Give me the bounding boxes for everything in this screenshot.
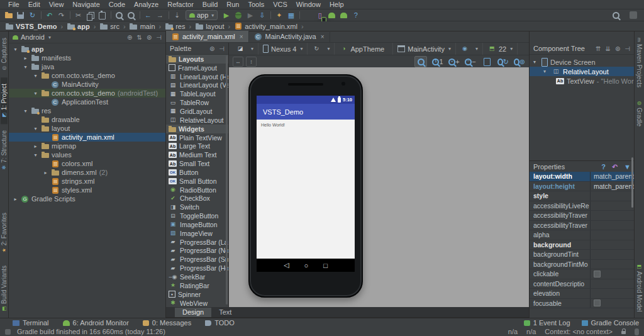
palette-item[interactable]: ✔ CheckBox bbox=[166, 194, 228, 203]
menu-item[interactable]: Run bbox=[222, 1, 243, 8]
status-widget[interactable]: n/a bbox=[508, 328, 518, 335]
search-everywhere-icon[interactable] bbox=[610, 10, 622, 20]
device-selector[interactable]: Nexus 4 ▾ bbox=[258, 43, 308, 55]
tree-row[interactable]: ▾ res bbox=[9, 106, 165, 115]
tree-row[interactable]: ▾ values bbox=[9, 150, 165, 159]
breadcrumb-item[interactable]: main bbox=[128, 23, 157, 30]
separator[interactable] bbox=[108, 10, 113, 20]
tree-row[interactable]: colors.xml bbox=[9, 159, 165, 168]
component-tree-row[interactable]: ▾ Device Screen bbox=[530, 57, 634, 67]
event-log-button[interactable]: 1 Event Log bbox=[524, 319, 570, 327]
tool-window-tab[interactable]: ◍ Gradle bbox=[636, 94, 643, 133]
project-structure-icon[interactable]: ✦ bbox=[273, 10, 285, 20]
editor-mode-tab[interactable]: Text bbox=[211, 308, 239, 317]
separator[interactable] bbox=[297, 10, 302, 20]
tree-row[interactable]: ▾ app bbox=[9, 45, 165, 53]
back-icon[interactable]: ← bbox=[142, 10, 154, 20]
menu-item[interactable]: VCS bbox=[269, 1, 292, 8]
breadcrumb-item[interactable]: activity_main.xml bbox=[233, 23, 299, 30]
palette-item[interactable]: ▭ TableRow bbox=[166, 98, 228, 107]
help-icon[interactable]: ? bbox=[350, 10, 362, 20]
activity-selector[interactable]: MainActivity ▾ bbox=[393, 43, 456, 55]
component-tree-row[interactable]: Ab TextView - "Hello World!" bbox=[530, 76, 634, 86]
palette-scrollbar[interactable] bbox=[226, 55, 228, 305]
breadcrumb-item[interactable]: src bbox=[98, 23, 121, 30]
palette-item[interactable]: ▦ TableLayout bbox=[166, 89, 228, 98]
help-icon[interactable]: ? bbox=[601, 163, 606, 171]
tree-row[interactable]: ▾ layout bbox=[9, 124, 165, 133]
properties-scrollbar[interactable] bbox=[631, 157, 633, 208]
menu-item[interactable]: Tools bbox=[243, 1, 269, 8]
tree-arrow[interactable]: ▾ bbox=[543, 69, 549, 74]
textview-hello-world[interactable]: Hello World! bbox=[261, 123, 285, 127]
menu-item[interactable]: Build bbox=[198, 1, 222, 8]
tree-row[interactable]: drawable bbox=[9, 115, 165, 124]
property-row[interactable]: clickable bbox=[530, 269, 634, 279]
preview-doc-icon[interactable] bbox=[481, 57, 492, 67]
tool-window-tab[interactable]: ◎ Captures bbox=[1, 31, 8, 77]
gear-icon[interactable]: ⊛ bbox=[615, 45, 620, 52]
palette-item[interactable]: Ab Medium Text bbox=[166, 150, 228, 159]
palette-item[interactable]: FrameLayout bbox=[166, 64, 228, 72]
surface-selector[interactable]: ◪ ▾ bbox=[231, 43, 258, 55]
collapse-all-icon[interactable]: ⇊ bbox=[606, 45, 611, 52]
tree-row[interactable]: C MainActivity bbox=[9, 80, 165, 89]
tree-row[interactable]: ▸ dimens.xml (2) bbox=[9, 168, 165, 177]
palette-item[interactable]: ▰ ProgressBar (Sma bbox=[166, 255, 228, 264]
tree-arrow[interactable]: ▾ bbox=[23, 108, 28, 114]
redo-icon[interactable]: ↷ bbox=[55, 10, 67, 20]
palette-item[interactable]: Ab Small Text bbox=[166, 159, 228, 168]
menu-item[interactable]: Navigate bbox=[68, 1, 104, 8]
property-row[interactable]: alpha bbox=[530, 230, 634, 240]
separator[interactable] bbox=[67, 10, 72, 20]
menu-item[interactable]: View bbox=[45, 1, 69, 8]
locale-selector[interactable]: ◉ ▾ bbox=[456, 43, 483, 55]
palette-item[interactable]: ◫ RelativeLayout bbox=[166, 116, 228, 125]
menu-item[interactable]: Analyze bbox=[130, 1, 163, 8]
palette-item[interactable]: Widgets bbox=[166, 125, 228, 133]
breadcrumb-item[interactable]: layout bbox=[194, 23, 225, 30]
property-row[interactable]: background bbox=[530, 240, 634, 250]
theme-selector[interactable]: ◑ AppTheme bbox=[335, 43, 393, 55]
tree-arrow[interactable]: ▾ bbox=[23, 64, 28, 70]
tree-arrow[interactable]: ▸ bbox=[43, 170, 48, 176]
menu-item[interactable]: Help bbox=[325, 1, 348, 8]
cut-icon[interactable]: ✂ bbox=[72, 10, 84, 20]
palette-item[interactable]: ▥ LinearLayout (Hor bbox=[166, 72, 228, 81]
design-canvas[interactable]: 5:10 VSTS_Demo Hello World! ◁ ○ □ bbox=[229, 67, 529, 307]
sync-icon[interactable]: ↻ bbox=[26, 10, 38, 20]
status-message[interactable]: Gradle build finished in 16s 660ms (toda… bbox=[17, 328, 165, 335]
zoom-out-icon[interactable]: − − bbox=[465, 57, 476, 67]
separator[interactable] bbox=[38, 10, 43, 20]
property-row[interactable]: backgroundTintMo bbox=[530, 260, 634, 270]
palette-item[interactable]: ✱ WebView bbox=[166, 299, 228, 307]
locate-icon[interactable]: ⊕ bbox=[127, 34, 132, 41]
tool-window-tab[interactable]: ★ 2: Favorites bbox=[1, 206, 8, 259]
undo-icon[interactable]: ↶ bbox=[43, 10, 55, 20]
tree-row[interactable]: ▾ java bbox=[9, 62, 165, 71]
memory-indicator[interactable] bbox=[635, 328, 639, 335]
tree-arrow[interactable]: ▾ bbox=[13, 47, 18, 52]
palette-item[interactable]: ▾ Spinner bbox=[166, 290, 228, 299]
tree-arrow[interactable]: ▸ bbox=[13, 196, 18, 202]
gear-icon[interactable]: ⊛ bbox=[147, 34, 152, 41]
breadcrumb-item[interactable]: VSTS_Demo bbox=[4, 23, 58, 30]
palette-item[interactable]: Ab Large Text bbox=[166, 142, 228, 150]
find-usages-icon[interactable] bbox=[125, 10, 137, 20]
property-row[interactable]: layout:height match_parent bbox=[530, 182, 634, 192]
editor-mode-tab[interactable]: Design bbox=[175, 308, 211, 317]
palette-item[interactable]: ▧ ImageView bbox=[166, 229, 228, 238]
palette-item[interactable]: ▰ ProgressBar (Norr bbox=[166, 247, 228, 255]
android-device-monitor-icon[interactable] bbox=[338, 10, 350, 20]
tree-row[interactable]: ▾ com.octo.vsts_demo bbox=[9, 71, 165, 80]
tree-row[interactable]: ▸ manifests bbox=[9, 53, 165, 62]
android-monitor-button[interactable]: 6: Android Monitor bbox=[63, 319, 129, 327]
gear-icon[interactable]: ⊛ bbox=[209, 45, 214, 52]
tool-window-tab[interactable]: ⬒ Build Variants bbox=[1, 259, 8, 318]
layout-inspector-icon[interactable]: ▯ bbox=[314, 10, 326, 20]
property-row[interactable]: accessibilityLiveRe bbox=[530, 201, 634, 211]
hide-panel-icon[interactable]: ⊣ bbox=[625, 45, 630, 52]
checkbox[interactable] bbox=[594, 271, 601, 277]
separator[interactable] bbox=[166, 10, 171, 20]
palette-item[interactable]: ⊟ ToggleButton bbox=[166, 211, 228, 220]
